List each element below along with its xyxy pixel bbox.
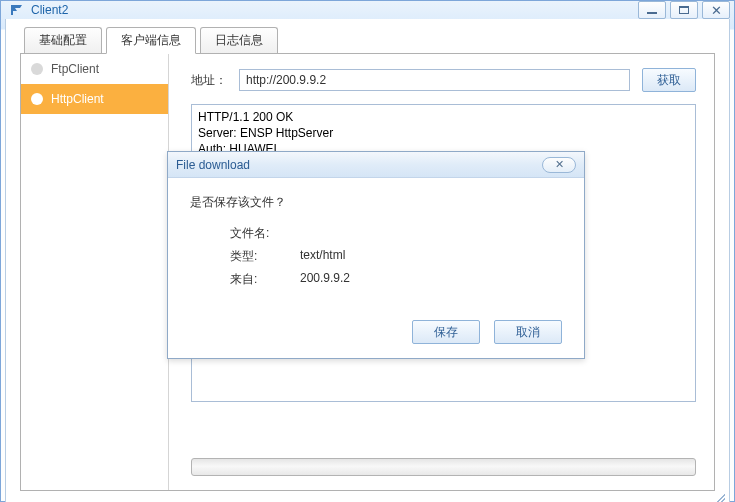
sidebar-item-ftpclient[interactable]: FtpClient [21,54,168,84]
cancel-button[interactable]: 取消 [494,320,562,344]
tab-log-info[interactable]: 日志信息 [200,27,278,53]
from-value: 200.9.9.2 [300,271,350,288]
minimize-button[interactable] [638,1,666,19]
sidebar-item-httpclient[interactable]: HttpClient [21,84,168,114]
dialog-row-filename: 文件名: [230,225,562,242]
file-download-dialog: File download ✕ 是否保存该文件？ 文件名: 类型: text/h… [167,151,585,359]
tab-basic-config[interactable]: 基础配置 [24,27,102,53]
resize-grip-icon[interactable] [713,491,725,502]
from-label: 来自: [230,271,300,288]
maximize-button[interactable] [670,1,698,19]
dialog-question: 是否保存该文件？ [190,194,562,211]
type-label: 类型: [230,248,300,265]
titlebar[interactable]: Client2 ✕ [1,1,734,19]
dialog-close-button[interactable]: ✕ [542,157,576,173]
dialog-title: File download [176,158,250,172]
address-input[interactable] [239,69,630,91]
sidebar-item-label: FtpClient [51,62,99,76]
dialog-row-from: 来自: 200.9.9.2 [230,271,562,288]
status-bar [191,458,696,476]
sidebar-item-label: HttpClient [51,92,104,106]
save-button[interactable]: 保存 [412,320,480,344]
response-line: Server: ENSP HttpServer [198,125,689,141]
type-value: text/html [300,248,345,265]
fetch-button[interactable]: 获取 [642,68,696,92]
dialog-row-type: 类型: text/html [230,248,562,265]
dialog-body: 是否保存该文件？ 文件名: 类型: text/html 来自: 200.9.9.… [168,178,584,320]
window-title: Client2 [31,3,68,17]
dialog-titlebar[interactable]: File download ✕ [168,152,584,178]
address-label: 地址： [191,72,227,89]
sidebar: FtpClient HttpClient [21,54,169,490]
tabstrip: 基础配置 客户端信息 日志信息 [6,19,729,53]
filename-label: 文件名: [230,225,300,242]
close-button[interactable]: ✕ [702,1,730,19]
dialog-button-row: 保存 取消 [168,320,584,358]
dot-icon [31,63,43,75]
dot-icon [31,93,43,105]
tab-client-info[interactable]: 客户端信息 [106,27,196,54]
app-icon [9,2,25,18]
response-line: HTTP/1.1 200 OK [198,109,689,125]
address-row: 地址： 获取 [191,68,696,92]
